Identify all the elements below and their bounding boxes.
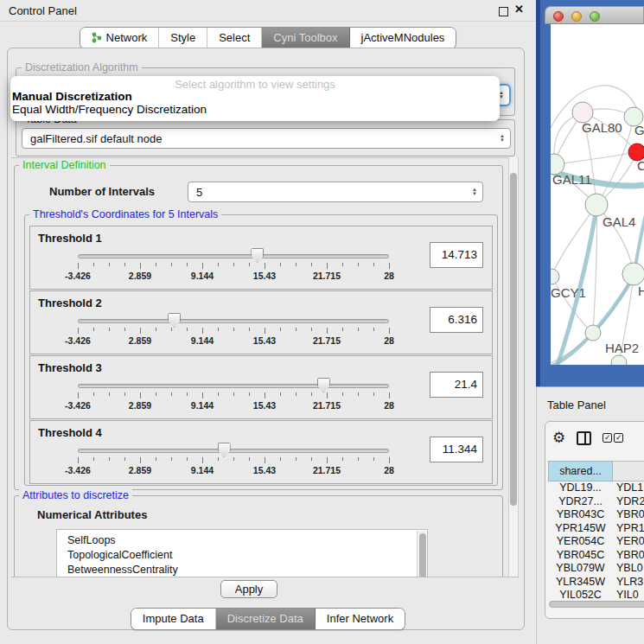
slider-ticks — [78, 457, 389, 464]
dropdown-option[interactable]: Equal Width/Frequency Discretization — [12, 103, 207, 116]
threshold-value-field[interactable]: 14.713 — [430, 242, 483, 268]
bottom-tab-bar: Impute DataDiscretize DataInfer Network — [0, 608, 536, 630]
table-cell[interactable]: YER0 — [613, 535, 644, 549]
intervals-value: 5 — [196, 186, 202, 199]
table-cell[interactable]: YDL19... — [548, 481, 613, 495]
dropdown-option[interactable]: Manual Discretization — [12, 90, 132, 103]
group-label: Threshold's Coordinates for 5 Intervals — [29, 208, 221, 220]
threshold-panel: Threshold 3-3.4262.8599.14415.4321.71528… — [29, 355, 493, 419]
minimize-traffic-light-icon[interactable] — [571, 11, 582, 22]
table-cell[interactable]: YER054C — [548, 535, 613, 549]
checkbox-checked-icon[interactable]: ✓ — [614, 433, 623, 443]
network-edge-thick[interactable] — [634, 207, 644, 271]
network-node-gcy1[interactable] — [551, 269, 559, 284]
network-node-gal4[interactable] — [585, 194, 608, 216]
table-cell[interactable]: YBR0 — [613, 549, 644, 563]
tick-label: 15.43 — [253, 271, 276, 281]
table-row[interactable]: YPR145WYPR1 — [548, 522, 644, 536]
network-node[interactable] — [611, 355, 627, 365]
close-icon[interactable]: ✕ — [514, 3, 524, 16]
number-of-intervals-combobox[interactable]: 5 ▲▼ — [188, 182, 483, 202]
table-cell[interactable]: YBL079W — [548, 562, 613, 576]
table-cell[interactable]: YBR043C — [548, 508, 613, 522]
combo-arrows-icon: ▲▼ — [472, 182, 477, 201]
table-cell[interactable]: YPR1 — [613, 522, 644, 536]
threshold-slider[interactable]: -3.4262.8599.14415.4321.71528 — [78, 312, 389, 352]
slider-track[interactable] — [78, 449, 389, 453]
tab-discretize-data[interactable]: Discretize Data — [216, 609, 316, 629]
split-column-icon[interactable] — [577, 431, 591, 445]
tick-label: 9.144 — [191, 271, 214, 281]
table-row[interactable]: YER054CYER0 — [548, 535, 644, 549]
table-row[interactable]: YLR345WYLR3 — [548, 576, 644, 590]
tick-label: 9.144 — [191, 465, 214, 475]
table-cell[interactable]: YBR045C — [548, 549, 613, 563]
table-cell[interactable]: YPR145W — [548, 522, 613, 536]
attribute-list-item[interactable]: TopologicalCoefficient — [67, 548, 427, 563]
table-row[interactable]: YBR045CYBR0 — [548, 549, 644, 563]
table-cell[interactable]: YLR345W — [548, 576, 613, 590]
network-window-titlebar[interactable] — [545, 6, 644, 24]
slider-track[interactable] — [78, 384, 389, 388]
table-cell[interactable]: YDL1 — [613, 481, 644, 495]
vertical-scrollbar[interactable] — [508, 157, 519, 577]
threshold-value-field[interactable]: 6.316 — [430, 307, 483, 333]
network-canvas[interactable]: GAL80GALCGAL11GAL4GCY1HHAP2 — [551, 24, 644, 365]
threshold-slider[interactable]: -3.4262.8599.14415.4321.71528 — [78, 377, 389, 417]
tab-cyni-toolbox[interactable]: Cyni Toolbox — [262, 28, 349, 48]
slider-thumb[interactable] — [218, 443, 231, 457]
node-label: HAP2 — [605, 341, 639, 355]
tick-label: 21.715 — [313, 400, 341, 411]
table-cell[interactable]: YIL052C — [548, 589, 613, 599]
tab-impute-data[interactable]: Impute Data — [131, 609, 216, 629]
threshold-slider[interactable]: -3.4262.8599.14415.4321.71528 — [78, 247, 389, 287]
tab-style[interactable]: Style — [159, 28, 207, 48]
float-window-icon[interactable] — [499, 7, 508, 16]
table-row[interactable]: YDR27...YDR2 — [548, 495, 644, 509]
slider-track[interactable] — [78, 254, 389, 258]
threshold-slider[interactable]: -3.4262.8599.14415.4321.71528 — [78, 442, 389, 481]
threshold-value-field[interactable]: 11.344 — [430, 437, 483, 462]
slider-thumb[interactable] — [317, 378, 330, 392]
tab-network[interactable]: Network — [80, 28, 160, 48]
table-cell[interactable]: YBL0 — [613, 562, 644, 576]
table-row[interactable]: YBL079WYBL0 — [548, 562, 644, 576]
apply-button[interactable]: Apply — [220, 580, 277, 598]
column-header[interactable]: n — [613, 461, 644, 481]
slider-thumb[interactable] — [251, 248, 264, 263]
numerical-attributes-list[interactable]: SelfLoopsTopologicalCoefficientBetweenne… — [56, 529, 428, 577]
network-node-h[interactable] — [622, 263, 644, 285]
table-row[interactable]: YIL052CYIL0 — [548, 589, 644, 599]
table-cell[interactable]: YLR3 — [613, 576, 644, 590]
group-label: Discretization Algorithm — [22, 61, 142, 73]
slider-thumb[interactable] — [168, 313, 181, 328]
threshold-value-field[interactable]: 21.4 — [430, 372, 483, 398]
table-cell[interactable]: YDR27... — [548, 495, 613, 509]
threshold-label: Threshold 3 — [38, 361, 102, 374]
table-data-combobox[interactable]: galFiltered.sif default node ▲▼ — [22, 128, 511, 149]
tab-infer-network[interactable]: Infer Network — [316, 609, 405, 629]
gear-icon[interactable]: ⚙ — [552, 430, 565, 445]
tab-label: Select — [219, 31, 250, 44]
close-traffic-light-icon[interactable] — [553, 11, 564, 22]
attribute-list-item[interactable]: SelfLoops — [67, 533, 427, 548]
slider-track[interactable] — [78, 319, 389, 323]
list-scrollbar[interactable] — [417, 531, 426, 577]
scrollbar-thumb[interactable] — [510, 173, 517, 506]
tick-label: -3.426 — [65, 465, 91, 475]
column-header[interactable]: shared... — [548, 461, 613, 481]
tab-select[interactable]: Select — [207, 28, 262, 48]
zoom-traffic-light-icon[interactable] — [590, 11, 600, 22]
table-cell[interactable]: YDR2 — [613, 495, 644, 509]
table-cell[interactable]: YIL0 — [613, 589, 644, 599]
table-row[interactable]: YDL19...YDL1 — [548, 481, 644, 495]
table-row[interactable]: YBR043CYBR0 — [548, 508, 644, 522]
tab-jactivemnodules[interactable]: jActiveMNodules — [350, 28, 456, 48]
network-edge[interactable] — [554, 152, 637, 164]
network-node-hap2[interactable] — [585, 325, 601, 341]
checkbox-checked-icon[interactable]: ✓ — [603, 433, 612, 443]
tick-label: 15.43 — [253, 335, 276, 346]
horizontal-scrollbar[interactable] — [549, 601, 644, 608]
table-cell[interactable]: YBR0 — [613, 508, 644, 522]
attribute-list-item[interactable]: BetweennessCentrality — [67, 563, 427, 577]
